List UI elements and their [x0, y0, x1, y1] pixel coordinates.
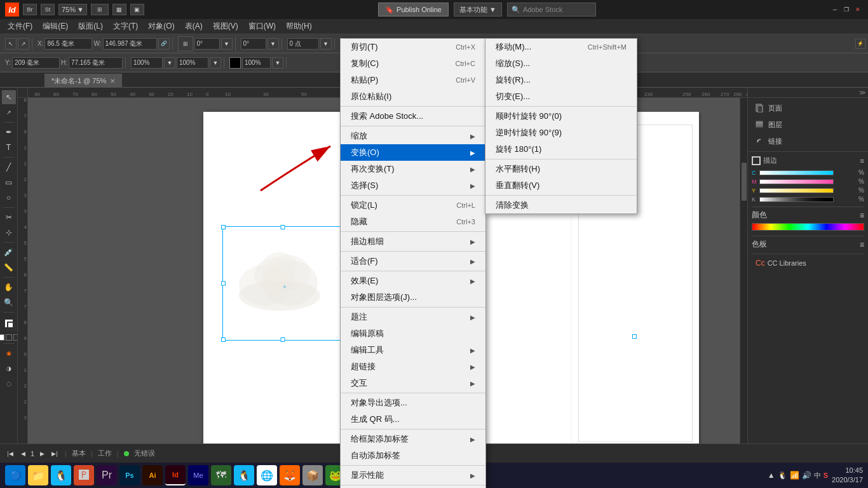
y-slider[interactable]	[759, 188, 834, 193]
scroll-thumb-v[interactable]	[742, 163, 747, 201]
taskbar-media-encoder[interactable]: Me	[188, 465, 208, 485]
angle-arrow[interactable]: ▼	[221, 38, 233, 50]
zoom-control[interactable]: 75% ▼	[58, 4, 87, 15]
menu-edit[interactable]: 编辑(E)	[37, 19, 73, 34]
ctx-copy[interactable]: 复制(C) Ctrl+C	[341, 55, 485, 72]
ctx-auto-tag[interactable]: 自动添加标签	[341, 447, 485, 464]
handle-ml[interactable]	[221, 281, 226, 286]
taskbar-chrome[interactable]: 🌐	[257, 465, 277, 485]
ctx-hide[interactable]: 隐藏 Ctrl+3	[341, 214, 485, 230]
ctx-caption[interactable]: 题注 ▶	[341, 309, 485, 325]
normal-mode-btn[interactable]	[0, 334, 4, 341]
handle-tm[interactable]	[281, 225, 285, 229]
cc-libraries-btn[interactable]: Cc CC Libraries	[752, 257, 864, 269]
direct-select-btn[interactable]: ↗	[18, 38, 29, 50]
handle-bl[interactable]	[221, 337, 226, 342]
pages-panel-tab[interactable]: 页面	[750, 100, 865, 116]
rect-tool[interactable]: ▭	[2, 175, 16, 189]
ctx-qr-code[interactable]: 生成 QR 码...	[341, 411, 485, 428]
corner-arrow[interactable]: ▼	[320, 38, 332, 50]
taskbar-firefox[interactable]: 🦊	[280, 465, 300, 485]
corner-field[interactable]: 0 点	[287, 38, 319, 50]
handle-tl[interactable]	[221, 225, 226, 229]
m-slider[interactable]	[759, 179, 834, 184]
c-slider[interactable]	[759, 170, 834, 175]
scale-y-arrow[interactable]: ▼	[210, 57, 221, 69]
ctx-zoom[interactable]: 缩放 ▶	[341, 128, 485, 144]
ctx-paste[interactable]: 粘贴(P) Ctrl+V	[341, 72, 485, 88]
ctx-stroke-weight[interactable]: 描边粗细 ▶	[341, 233, 485, 250]
stroke-opacity-arrow[interactable]: ▼	[272, 57, 283, 69]
ctx-add-tag[interactable]: 给框架添加标签 ▶	[341, 431, 485, 447]
workspace-button[interactable]: 基本功能 ▼	[454, 3, 502, 17]
stroke-opacity-field[interactable]: 100%	[242, 57, 271, 69]
scrollbar-v[interactable]	[740, 98, 747, 461]
menu-help[interactable]: 帮助(H)	[281, 19, 317, 34]
ctx-edit-original[interactable]: 编辑原稿	[341, 325, 485, 342]
apply-color-btn[interactable]: ◉	[2, 346, 16, 360]
scale-x-arrow[interactable]: ▼	[164, 57, 175, 69]
close-button[interactable]: ✕	[853, 4, 863, 15]
prev-page-btn[interactable]: ◀	[18, 449, 28, 459]
page2-handle[interactable]	[632, 334, 637, 339]
ctx-lock[interactable]: 锁定(L) Ctrl+L	[341, 197, 485, 214]
shear-arrow[interactable]: ▼	[268, 38, 279, 50]
eyedropper-tool[interactable]: 💉	[2, 245, 16, 259]
taskbar-ppt[interactable]: 🅿	[74, 465, 94, 485]
stock-icon[interactable]: St	[41, 4, 55, 15]
minimize-button[interactable]: ─	[830, 4, 840, 15]
ctx-transform[interactable]: 变换(O) ▶	[341, 144, 485, 161]
publish-button[interactable]: 🔖 Publish Online	[378, 3, 449, 17]
angle-field[interactable]: 0°	[194, 38, 220, 50]
taskbar-maps[interactable]: 🗺	[211, 465, 231, 485]
free-transform-tool[interactable]: ⊹	[2, 226, 16, 240]
ctx-hyperlink[interactable]: 超链接 ▶	[341, 358, 485, 375]
tray-up-arrow[interactable]: ▲	[768, 471, 775, 480]
taskbar-folder[interactable]: 📁	[28, 465, 48, 485]
ctx-retransform[interactable]: 再次变换(T) ▶	[341, 161, 485, 177]
tray-input-icon[interactable]: 中	[814, 471, 821, 480]
ctx-search-stock[interactable]: 搜索 Adobe Stock...	[341, 108, 485, 125]
ctx-cut[interactable]: 剪切(T) Ctrl+X	[341, 39, 485, 55]
layout-btn[interactable]: ▦	[112, 4, 126, 15]
h-field[interactable]: 77.165 毫米	[69, 57, 123, 69]
sub-scale[interactable]: 缩放(S)...	[485, 55, 637, 72]
document-tab[interactable]: *未命名-1 @ 75% ✕	[44, 74, 122, 88]
color-gradient-bar[interactable]	[752, 223, 864, 231]
first-page-btn[interactable]: |◀	[5, 449, 15, 459]
zoom-tool[interactable]: 🔍	[2, 295, 16, 309]
scale-y-field[interactable]: 100%	[177, 57, 208, 69]
scale-x-field[interactable]: 100%	[131, 57, 163, 69]
x-field[interactable]: 86.5 毫米	[44, 38, 92, 50]
ellipse-tool[interactable]: ○	[2, 191, 16, 205]
system-clock[interactable]: 10:45 2020/3/17	[832, 466, 863, 485]
layers-panel-tab[interactable]: 图层	[750, 117, 865, 132]
handle-bm[interactable]	[281, 337, 285, 342]
sub-rotate-ccw90[interactable]: 逆时针旋转 90°(9)	[485, 125, 637, 141]
sub-clear-transform[interactable]: 清除变换	[485, 197, 637, 214]
ref-point-btn[interactable]: ⊞	[178, 36, 193, 51]
restore-button[interactable]: ❐	[841, 4, 851, 15]
tray-qq-icon[interactable]: 🐧	[778, 471, 787, 480]
menu-layout[interactable]: 版面(L)	[73, 19, 108, 34]
line-tool[interactable]: ╱	[2, 160, 16, 174]
ctx-fit[interactable]: 适合(F) ▶	[341, 253, 485, 269]
toggle-btn[interactable]: ▣	[130, 4, 144, 15]
hand-tool[interactable]: ✋	[2, 280, 16, 294]
menu-file[interactable]: 文件(F)	[3, 19, 37, 34]
gradient-mode-btn[interactable]	[6, 334, 12, 341]
shear-field[interactable]: 0°	[241, 38, 266, 50]
constrain-btn[interactable]: 🔗	[158, 38, 170, 50]
measure-tool[interactable]: 📏	[2, 261, 16, 274]
k-slider[interactable]	[759, 197, 834, 202]
ctx-obj-layer-opts[interactable]: 对象图层选项(J)...	[341, 289, 485, 306]
ctx-effects[interactable]: 效果(E) ▶	[341, 273, 485, 289]
ctx-paste-in-place[interactable]: 原位粘贴(I)	[341, 88, 485, 105]
fill-stroke-indicator[interactable]	[2, 316, 16, 330]
taskbar-illustrator[interactable]: Ai	[142, 465, 163, 485]
sub-rotate-180[interactable]: 旋转 180°(1)	[485, 141, 637, 158]
taskbar-photoshop[interactable]: Ps	[119, 465, 140, 485]
next-page-btn[interactable]: ▶	[37, 449, 47, 459]
ctx-edit-tools[interactable]: 编辑工具 ▶	[341, 342, 485, 358]
menu-window[interactable]: 窗口(W)	[243, 19, 281, 34]
